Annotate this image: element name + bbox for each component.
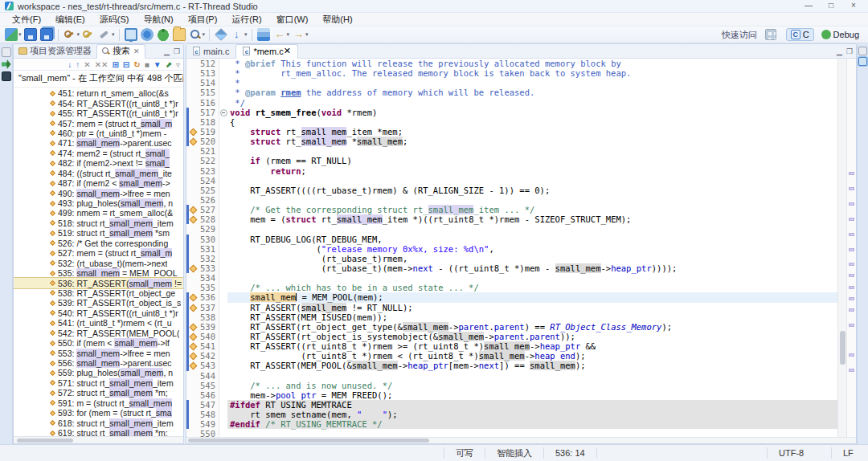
code-line[interactable]: 535 /* ... which has to be in a used sta…: [186, 283, 837, 292]
search-occurrence-marker[interactable]: [186, 137, 197, 146]
save-all-icon[interactable]: [40, 28, 53, 41]
download-icon[interactable]: [231, 28, 244, 41]
menu-item[interactable]: 运行(R): [224, 13, 268, 27]
search-result-row[interactable]: 518:struct rt_small_mem_item: [14, 218, 183, 228]
code-line[interactable]: 538 RT_ASSERT(MEM_ISUSED(mem));: [186, 312, 837, 322]
overview-occurrence-mark[interactable]: [849, 233, 854, 236]
overview-occurrence-mark[interactable]: [849, 263, 854, 266]
search-result-row[interactable]: 454:RT_ASSERT((rt_uint8_t *)r: [14, 98, 183, 108]
annotation-ruler[interactable]: [186, 419, 197, 429]
menu-item[interactable]: 帮助(H): [315, 13, 359, 27]
editor-tab-main-c[interactable]: c main.c: [186, 44, 235, 59]
pin-search-icon[interactable]: ⬈: [166, 59, 172, 70]
line-number[interactable]: 547: [197, 400, 219, 410]
annotation-ruler[interactable]: [186, 166, 197, 176]
flash-monitor-icon[interactable]: [125, 28, 137, 41]
code-line[interactable]: 544: [186, 371, 837, 381]
line-number[interactable]: 515: [197, 88, 219, 97]
forward-arrow-icon-dropdown[interactable]: ▾: [305, 31, 309, 38]
code-line[interactable]: 542 (rt_uint8_t *)rmem < (rt_uint8_t *)s…: [186, 351, 837, 361]
code-line[interactable]: 514 *: [186, 78, 837, 88]
search-result-row[interactable]: 550:if (mem < small_mem->lf: [14, 338, 183, 348]
line-number[interactable]: 541: [197, 341, 219, 351]
annotation-ruler[interactable]: [186, 254, 197, 263]
code-line[interactable]: 546 mem->pool_ptr = MEM_FREED();: [186, 390, 837, 400]
annotation-ruler[interactable]: [186, 195, 197, 205]
line-number[interactable]: 543: [197, 361, 219, 370]
layers-icon[interactable]: [257, 28, 270, 41]
line-number[interactable]: 526: [197, 195, 219, 205]
maximize-editor-icon[interactable]: ❐: [846, 47, 853, 55]
search-result-row[interactable]: 519:struct rt_small_mem *sm: [14, 228, 183, 238]
search-result-row[interactable]: 571:struct rt_small_mem_item: [14, 378, 183, 388]
build-current-icon[interactable]: [82, 28, 95, 41]
code-line[interactable]: 525 RT_ASSERT((((rt_ubase_t)rmem) & (RT_…: [186, 186, 837, 195]
annotation-ruler[interactable]: [186, 88, 197, 97]
search-result-row[interactable]: 532:(rt_ubase_t)(mem->next: [14, 258, 183, 267]
annotation-ruler[interactable]: [186, 410, 197, 419]
line-number[interactable]: 524: [197, 176, 219, 186]
search-result-row[interactable]: 471:small_mem->parent.usec: [14, 138, 183, 148]
perspective-c-button[interactable]: C C: [786, 28, 814, 41]
menu-item[interactable]: 文件(F): [5, 13, 48, 27]
search-occurrence-marker[interactable]: [186, 214, 197, 224]
search-occurrence-marker[interactable]: [186, 303, 197, 312]
search-occurrence-marker[interactable]: [186, 205, 197, 214]
code-line[interactable]: 520 struct rt_small_mem *small_mem;: [186, 137, 837, 146]
search-result-row[interactable]: 538:RT_ASSERT(rt_object_ge: [14, 288, 183, 298]
close-tab-icon[interactable]: ✕: [133, 47, 140, 55]
overview-occurrence-mark[interactable]: [849, 286, 854, 289]
search-result-row[interactable]: 490:small_mem->lfree = men: [14, 188, 183, 198]
search-result-row[interactable]: 487:if (mem2 < small_mem->: [14, 178, 183, 188]
annotation-ruler[interactable]: [186, 98, 197, 108]
overview-occurrence-mark[interactable]: [849, 202, 854, 206]
annotation-ruler[interactable]: [186, 78, 197, 88]
perspective-debug-button[interactable]: Debug: [817, 29, 863, 40]
line-number[interactable]: 535: [197, 283, 219, 292]
code-line[interactable]: 541 RT_ASSERT((rt_uint8_t *)rmem >= (rt_…: [186, 341, 837, 351]
search-result-row[interactable]: 572:struct rt_small_mem *m;: [14, 388, 183, 398]
line-number[interactable]: 539: [197, 322, 219, 332]
search-occurrence-marker[interactable]: [186, 263, 197, 273]
line-number[interactable]: 519: [197, 127, 219, 137]
search-result-row[interactable]: 542:RT_ASSERT(MEM_POOL(: [14, 328, 183, 338]
build-wrench-icon[interactable]: [63, 28, 76, 41]
line-number[interactable]: 548: [197, 410, 219, 419]
overview-occurrence-mark[interactable]: [849, 274, 854, 277]
next-match-icon[interactable]: ↓: [68, 59, 72, 70]
overview-occurrence-mark[interactable]: [849, 248, 854, 251]
save-icon[interactable]: [24, 28, 37, 41]
line-number[interactable]: 534: [197, 273, 219, 283]
download-icon-dropdown[interactable]: ▾: [244, 31, 248, 38]
line-number[interactable]: 532: [197, 254, 219, 263]
search-result-row[interactable]: 482:if (mem2->next != small_: [14, 158, 183, 168]
code-line[interactable]: 524: [186, 176, 837, 186]
line-number[interactable]: 546: [197, 390, 219, 400]
line-number[interactable]: 537: [197, 303, 219, 312]
new-wizard-icon[interactable]: [5, 28, 18, 41]
minimize-button[interactable]: —: [797, 0, 820, 12]
tab-project-explorer[interactable]: 项目资源管理器: [14, 44, 96, 59]
search-result-row[interactable]: 527:mem = (struct rt_small_m: [14, 248, 183, 258]
line-number[interactable]: 540: [197, 332, 219, 341]
search-result-row[interactable]: 541:(rt_uint8_t *)rmem < (rt_u: [14, 318, 183, 328]
remove-match-icon[interactable]: ✕: [84, 59, 90, 70]
filter-icon[interactable]: ▼: [154, 59, 162, 70]
code-area[interactable]: 512 * @brief This function will release …: [186, 59, 837, 437]
overview-occurrence-mark[interactable]: [849, 187, 854, 190]
code-line[interactable]: 517void rt_smem_free(void *rmem): [186, 108, 837, 117]
line-number[interactable]: 549: [197, 419, 219, 429]
code-line[interactable]: 523 return;: [186, 166, 837, 176]
overview-occurrence-mark[interactable]: [849, 218, 854, 221]
overview-occurrence-mark[interactable]: [849, 324, 854, 327]
annotation-ruler[interactable]: [186, 390, 197, 400]
search-result-row[interactable]: 535:small_mem = MEM_POOL: [14, 268, 183, 278]
overview-occurrence-mark[interactable]: [849, 353, 854, 357]
debug-bug-icon[interactable]: [157, 28, 170, 41]
code-line[interactable]: 534: [186, 273, 837, 283]
line-number[interactable]: 512: [197, 59, 219, 68]
line-number[interactable]: 544: [197, 371, 219, 381]
search-icon-dropdown[interactable]: ▾: [203, 31, 206, 38]
annotation-ruler[interactable]: [186, 68, 197, 78]
clean-build-icon[interactable]: [98, 28, 111, 41]
